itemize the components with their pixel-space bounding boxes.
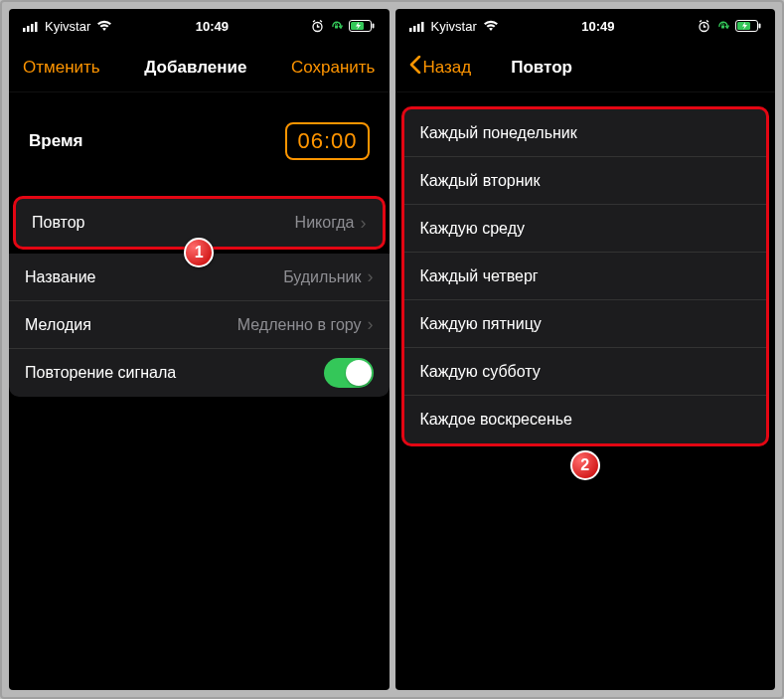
- svg-rect-16: [758, 24, 760, 29]
- row-name-value: Будильник: [283, 268, 361, 286]
- content-right: Каждый понедельник Каждый вторник Каждую…: [395, 92, 776, 690]
- orientation-lock-icon: [716, 20, 729, 33]
- orientation-lock-icon: [330, 20, 343, 33]
- row-repeat-value: Никогда: [295, 214, 355, 232]
- row-snooze: Повторение сигнала: [9, 349, 390, 397]
- time-row: Время 06:00: [9, 92, 390, 190]
- status-time: 10:49: [581, 19, 614, 34]
- svg-rect-10: [413, 26, 416, 32]
- svg-rect-14: [721, 25, 724, 28]
- svg-rect-12: [421, 22, 424, 32]
- day-label: Каждый понедельник: [420, 124, 751, 142]
- back-button[interactable]: Назад: [409, 56, 472, 79]
- nav-bar: Отменить Добавление Сохранить: [9, 43, 390, 92]
- day-option[interactable]: Каждое воскресенье: [404, 396, 767, 443]
- alarm-icon: [311, 20, 324, 33]
- chevron-right-icon: ›: [361, 213, 367, 234]
- row-name-label: Название: [25, 268, 283, 286]
- highlight-days: Каждый понедельник Каждый вторник Каждую…: [401, 106, 770, 446]
- callout-badge-1: 1: [184, 238, 214, 267]
- day-option[interactable]: Каждый четверг: [404, 253, 767, 300]
- back-label: Назад: [423, 58, 472, 78]
- day-option[interactable]: Каждый вторник: [404, 157, 767, 205]
- day-label: Каждый четверг: [420, 267, 751, 285]
- chevron-left-icon: [409, 56, 421, 79]
- day-option[interactable]: Каждый понедельник: [404, 109, 767, 157]
- row-sound-value: Медленно в гору: [237, 316, 362, 334]
- time-label: Время: [29, 131, 82, 151]
- svg-rect-1: [27, 26, 30, 32]
- day-label: Каждую субботу: [420, 363, 751, 381]
- time-picker[interactable]: 06:00: [285, 122, 369, 160]
- day-label: Каждый вторник: [420, 172, 751, 190]
- row-name[interactable]: Название Будильник › 1: [9, 254, 390, 301]
- snooze-toggle[interactable]: [324, 358, 374, 388]
- svg-rect-3: [35, 22, 38, 32]
- day-option[interactable]: Каждую среду: [404, 205, 767, 253]
- save-button[interactable]: Сохранить: [291, 58, 375, 78]
- nav-title: Добавление: [144, 58, 246, 78]
- day-label: Каждую пятницу: [420, 315, 751, 333]
- status-bar: Kyivstar 10:49: [395, 9, 776, 43]
- svg-rect-7: [373, 24, 375, 29]
- chevron-right-icon: ›: [368, 266, 374, 287]
- callout-badge-2: 2: [570, 450, 600, 480]
- content-left: Время 06:00 Повтор Никогда › Название Бу…: [9, 92, 390, 690]
- battery-charging-icon: [349, 20, 375, 32]
- svg-rect-2: [31, 24, 34, 32]
- phone-right: Kyivstar 10:49: [395, 9, 776, 690]
- row-sound[interactable]: Мелодия Медленно в гору ›: [9, 301, 390, 349]
- wifi-icon: [483, 20, 499, 32]
- status-time: 10:49: [196, 19, 229, 34]
- svg-rect-0: [23, 28, 26, 32]
- tutorial-frame: Kyivstar 10:49 Отменить Добавление: [0, 0, 784, 699]
- chevron-right-icon: ›: [368, 314, 374, 335]
- nav-title: Повтор: [471, 58, 761, 78]
- svg-rect-11: [417, 24, 420, 32]
- battery-charging-icon: [735, 20, 761, 32]
- row-sound-label: Мелодия: [25, 316, 237, 334]
- status-bar: Kyivstar 10:49: [9, 9, 390, 43]
- row-snooze-label: Повторение сигнала: [25, 364, 324, 382]
- row-repeat-label: Повтор: [32, 214, 295, 232]
- wifi-icon: [96, 20, 112, 32]
- cancel-button[interactable]: Отменить: [23, 58, 100, 78]
- day-option[interactable]: Каждую субботу: [404, 348, 767, 396]
- day-option[interactable]: Каждую пятницу: [404, 300, 767, 348]
- signal-icon: [409, 21, 425, 32]
- day-label: Каждое воскресенье: [420, 411, 751, 429]
- svg-rect-5: [335, 25, 338, 28]
- alarm-icon: [698, 20, 710, 33]
- nav-bar: Назад Повтор: [395, 43, 776, 92]
- settings-lower-group: Название Будильник › 1 Мелодия Медленно …: [9, 254, 390, 397]
- signal-icon: [23, 21, 39, 32]
- day-label: Каждую среду: [420, 220, 751, 238]
- carrier-label: Kyivstar: [431, 19, 477, 34]
- svg-rect-9: [409, 28, 412, 32]
- carrier-label: Kyivstar: [45, 19, 90, 34]
- phone-left: Kyivstar 10:49 Отменить Добавление: [9, 9, 390, 690]
